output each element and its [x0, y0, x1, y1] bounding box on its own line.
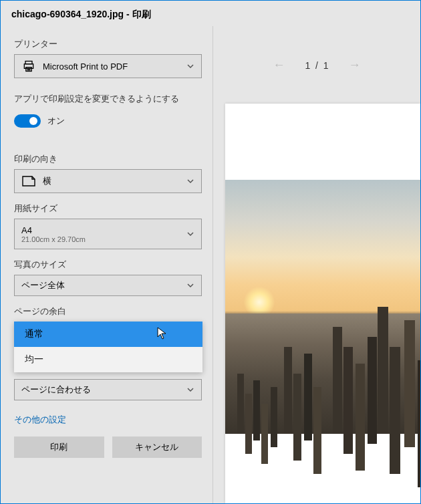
margin-dropdown[interactable]: 通常 均一 — [14, 322, 202, 346]
orientation-label: 印刷の向き — [14, 153, 202, 165]
paper-size-dimensions: 21.00cm x 29.70cm — [21, 235, 86, 243]
fit-dropdown[interactable]: ページに合わせる — [14, 379, 202, 400]
chevron-down-icon — [186, 281, 194, 289]
margin-option-label: 通常 — [25, 328, 43, 339]
preview-page — [225, 104, 420, 503]
app-settings-label: アプリで印刷設定を変更できるようにする — [14, 93, 202, 105]
page-indicator: ← 1 / 1 → — [213, 58, 420, 72]
printer-dropdown[interactable]: Microsoft Print to PDF — [14, 54, 202, 78]
printer-label: プリンター — [14, 38, 202, 50]
page-landscape-icon — [21, 175, 36, 187]
toggle-state-label: オン — [47, 115, 65, 127]
page-current: 1 — [305, 60, 310, 71]
printer-selected-value: Microsoft Print to PDF — [43, 61, 128, 72]
orientation-value: 横 — [43, 175, 51, 187]
margin-label: ページの余白 — [14, 305, 202, 318]
photo-size-label: 写真のサイズ — [14, 259, 202, 271]
photo-size-value: ページ全体 — [21, 279, 65, 291]
paper-size-value: A4 — [21, 225, 32, 235]
margin-option-uniform[interactable]: 均一 — [14, 347, 202, 372]
chevron-down-icon — [186, 386, 194, 394]
chevron-down-icon — [186, 62, 194, 70]
chevron-down-icon — [186, 230, 194, 238]
preview-image — [225, 180, 420, 434]
photo-size-dropdown[interactable]: ページ全体 — [14, 275, 202, 296]
fit-value: ページに合わせる — [21, 384, 91, 396]
app-settings-toggle[interactable] — [14, 114, 41, 128]
window-title: chicago-690364_1920.jpg - 印刷 — [1, 1, 420, 26]
chevron-down-icon — [186, 177, 194, 185]
prev-page-arrow[interactable]: ← — [273, 58, 285, 72]
print-button[interactable]: 印刷 — [14, 436, 104, 458]
more-settings-link[interactable]: その他の設定 — [14, 414, 202, 426]
page-sep: / — [315, 60, 318, 71]
print-settings-panel: プリンター Microsoft Print to PDF アプリで印刷設定を変更… — [1, 26, 213, 503]
printer-icon — [21, 59, 36, 74]
margin-option-normal[interactable]: 通常 — [14, 322, 202, 347]
preview-panel: ← 1 / 1 → — [213, 26, 420, 503]
paper-size-dropdown[interactable]: A4 21.00cm x 29.70cm — [14, 219, 202, 249]
paper-size-label: 用紙サイズ — [14, 203, 202, 215]
cursor-icon — [157, 327, 168, 340]
orientation-dropdown[interactable]: 横 — [14, 169, 202, 193]
cancel-button[interactable]: キャンセル — [112, 436, 202, 458]
page-total: 1 — [323, 60, 329, 71]
margin-options-popup: 通常 均一 — [14, 322, 202, 372]
next-page-arrow[interactable]: → — [349, 58, 361, 72]
page-counter: 1 / 1 — [305, 60, 328, 71]
